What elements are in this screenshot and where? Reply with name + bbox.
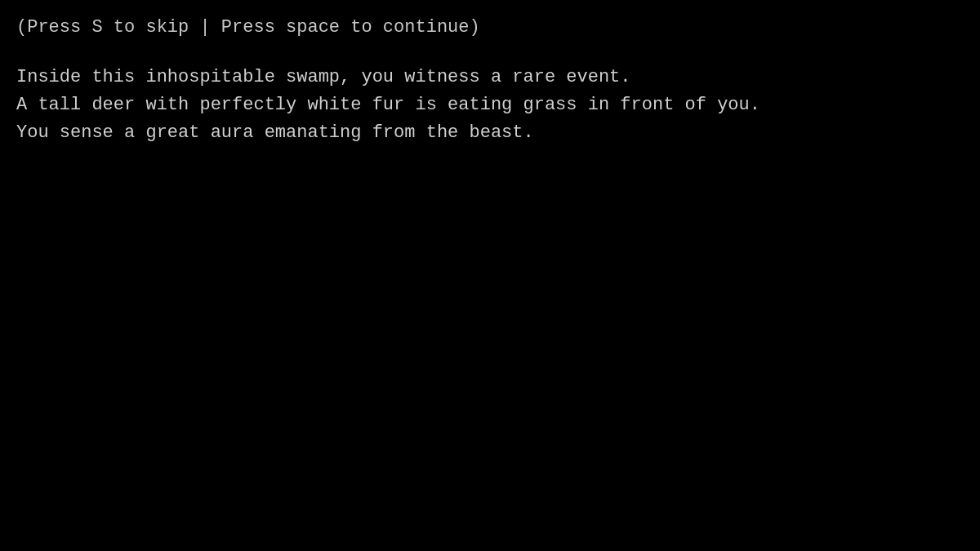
narrative-line-1: Inside this inhospitable swamp, you witn… — [16, 64, 964, 91]
narrative-line-3: You sense a great aura emanating from th… — [16, 119, 964, 147]
hint-bar: (Press S to skip | Press space to contin… — [16, 15, 964, 41]
narrative-block: Inside this inhospitable swamp, you witn… — [16, 64, 964, 147]
hint-text: (Press S to skip | Press space to contin… — [16, 17, 480, 38]
narrative-line-2: A tall deer with perfectly white fur is … — [16, 91, 964, 119]
